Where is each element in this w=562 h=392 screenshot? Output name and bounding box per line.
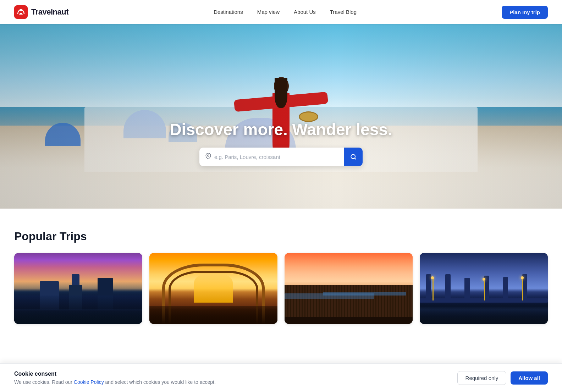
svg-point-1 xyxy=(20,9,22,11)
nav-destinations[interactable]: Destinations xyxy=(214,9,243,15)
trips-grid xyxy=(14,253,548,324)
hero-overlay xyxy=(0,24,562,209)
search-bar xyxy=(199,148,363,166)
search-icon xyxy=(350,154,357,160)
hero-section: Discover more. Wander less. xyxy=(0,24,562,209)
nav-travel-blog[interactable]: Travel Blog xyxy=(330,9,357,15)
brand-name: Travelnaut xyxy=(31,7,68,17)
hero-content: Discover more. Wander less. xyxy=(0,120,562,166)
search-input[interactable] xyxy=(214,149,344,165)
trip-card-paris[interactable] xyxy=(420,253,548,324)
trip-card-image-4 xyxy=(420,253,548,324)
trip-card-image-2 xyxy=(149,253,277,324)
navbar: Travelnaut Destinations Map view About U… xyxy=(0,0,562,24)
popular-trips-heading: Popular Trips xyxy=(14,230,548,243)
logo-link[interactable]: Travelnaut xyxy=(14,5,68,19)
svg-point-2 xyxy=(208,155,209,156)
search-button[interactable] xyxy=(344,148,363,166)
nav-about-us[interactable]: About Us xyxy=(294,9,316,15)
nav-map-view[interactable]: Map view xyxy=(257,9,280,15)
main-content: Popular Trips xyxy=(0,209,562,338)
nav-links: Destinations Map view About Us Travel Bl… xyxy=(214,9,357,15)
location-icon xyxy=(205,153,211,161)
trip-card-image-3 xyxy=(285,253,413,324)
plan-trip-button[interactable]: Plan my trip xyxy=(502,6,548,19)
logo-icon xyxy=(14,5,28,19)
hero-title: Discover more. Wander less. xyxy=(0,120,562,139)
trip-card-shanghai[interactable] xyxy=(14,253,142,324)
trip-card-barcelona[interactable] xyxy=(285,253,413,324)
trip-card-image-1 xyxy=(14,253,142,324)
trip-card-bangkok[interactable] xyxy=(149,253,277,324)
svg-rect-0 xyxy=(14,5,28,19)
